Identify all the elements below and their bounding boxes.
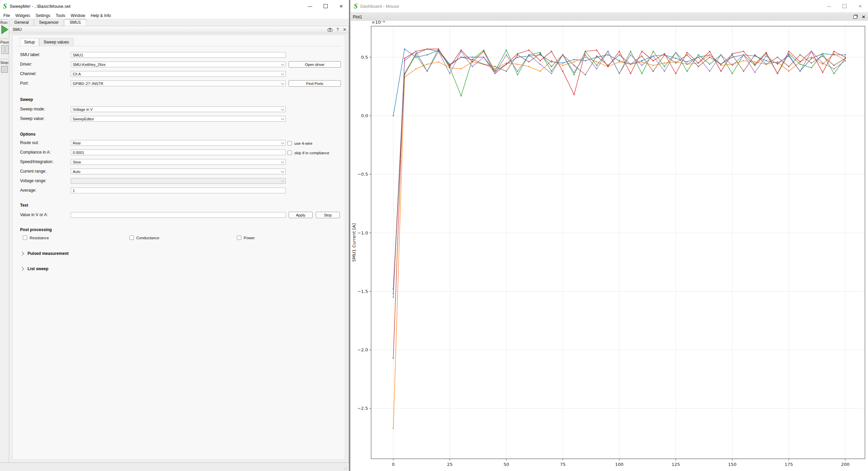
chevron-down-icon (281, 62, 284, 66)
current-range-select[interactable]: Auto (71, 169, 286, 174)
voltage-range-label: Voltage range: (20, 178, 46, 184)
channel-select[interactable]: Ch A (71, 71, 286, 77)
chevron-down-icon (281, 141, 284, 144)
skip-compliance-label: skip if in compliance (294, 151, 329, 155)
control-rail: Run: Pause: Stop: (0, 19, 9, 463)
svg-text:SMU1 Current [A]: SMU1 Current [A] (351, 223, 357, 262)
svg-text:75: 75 (560, 462, 566, 467)
list-sweep-expander[interactable]: List sweep (21, 266, 48, 271)
conductance-option: Conductance (129, 236, 159, 240)
main-tab-bar: General Sequencer SMU1 (10, 19, 87, 26)
route-out-select[interactable]: Rear (71, 140, 286, 146)
sweepme-logo-icon: S (3, 2, 7, 10)
menu-help-info[interactable]: Help & Info (88, 13, 114, 19)
smu-panel-header[interactable]: SMU ? ✕ (9, 26, 348, 33)
svg-text:−1.0: −1.0 (357, 230, 368, 236)
chevron-down-icon (281, 179, 284, 182)
smu-label-input[interactable]: SMU1 (71, 52, 286, 58)
menu-settings[interactable]: Settings (33, 13, 53, 19)
power-label: Power (244, 236, 255, 240)
chevron-down-icon (281, 160, 284, 163)
drag-handle[interactable] (1, 19, 7, 20)
sweep-value-select[interactable]: SweepEditor (71, 116, 286, 122)
compliance-label: Compliance in A: (20, 150, 51, 155)
maximize-icon (324, 4, 328, 8)
test-stop-button[interactable]: Stop (316, 212, 340, 218)
run-button[interactable] (1, 25, 8, 36)
apply-button[interactable]: Apply (289, 212, 313, 218)
dashboard-window: S Dashboard - Mouse — ✕ Plot1 ✕ 02550751… (351, 0, 868, 471)
close-button[interactable]: ✕ (333, 0, 349, 12)
power-checkbox[interactable] (237, 236, 241, 240)
test-value-input[interactable] (71, 212, 286, 218)
float-panel-button[interactable] (853, 15, 857, 19)
conductance-checkbox[interactable] (129, 236, 134, 240)
pause-icon (5, 45, 8, 54)
run-label: Run: (0, 20, 8, 24)
smu-widget-panel: SMU ? ✕ Setup Sweep values SMU labe (9, 26, 349, 463)
use-4wire-checkbox[interactable] (288, 141, 292, 145)
plot-panel-header[interactable]: Plot1 ✕ (351, 13, 868, 21)
chevron-down-icon (281, 169, 284, 173)
menu-file[interactable]: File (1, 13, 13, 19)
minimize-button[interactable]: — (821, 0, 837, 12)
average-label: Average: (20, 188, 36, 193)
current-range-label: Current range: (20, 169, 46, 174)
window-title: Dashboard - Mouse (360, 4, 399, 9)
stop-label: Stop: (0, 60, 9, 65)
pulsed-measurement-expander[interactable]: Pulsed measurement (21, 251, 69, 256)
svg-text:0.5: 0.5 (361, 55, 368, 60)
maximize-button[interactable] (837, 0, 852, 12)
sweep-mode-select[interactable]: Voltage in V (71, 106, 286, 112)
sweepme-logo-icon: S (354, 2, 358, 10)
svg-text:−2.0: −2.0 (357, 347, 368, 352)
resize-grip[interactable] (344, 466, 347, 470)
status-bar (0, 463, 349, 471)
panel-close-button[interactable]: ✕ (343, 27, 346, 32)
find-ports-button[interactable]: Find Ports (289, 80, 341, 87)
plot-tab-title: Plot1 (353, 15, 362, 19)
maximize-button[interactable] (318, 0, 333, 12)
average-input[interactable]: 1 (71, 188, 286, 193)
speed-label: Speed/Integration: (20, 159, 53, 165)
pause-button[interactable] (1, 45, 8, 54)
float-icon (853, 15, 857, 19)
speed-select[interactable]: Slow (71, 159, 286, 165)
tab-smu1[interactable]: SMU1 (64, 19, 86, 26)
smu-label-label: SMU label: (20, 52, 40, 58)
minimize-button[interactable]: — (302, 0, 318, 12)
port-select[interactable]: GPIB0::27::INSTR (71, 81, 286, 86)
close-button[interactable]: ✕ (852, 0, 868, 12)
sweep-mode-label: Sweep mode: (20, 106, 45, 112)
chevron-right-icon (20, 251, 24, 255)
compliance-input[interactable]: 0.0001 (71, 150, 286, 155)
voltage-range-select (71, 178, 286, 184)
test-value-label: Value in V or A: (20, 212, 48, 218)
help-button[interactable]: ? (336, 27, 339, 32)
post-processing-header: Post processing (20, 227, 52, 232)
svg-text:200: 200 (841, 462, 850, 467)
svg-text:175: 175 (784, 462, 793, 467)
use-4wire-option: use 4-wire (288, 141, 312, 145)
tab-sequencer[interactable]: Sequencer (34, 19, 64, 26)
svg-text:0: 0 (392, 462, 395, 467)
chevron-down-icon (281, 72, 284, 75)
chevron-down-icon (281, 81, 284, 85)
menu-tools[interactable]: Tools (53, 13, 68, 19)
screenshot-button[interactable] (328, 28, 332, 32)
stop-button[interactable] (1, 66, 8, 73)
drag-handle[interactable] (1, 59, 7, 59)
drag-handle[interactable] (1, 38, 7, 39)
open-driver-button[interactable]: Open driver (289, 61, 341, 68)
options-section-header: Options (20, 132, 35, 137)
skip-compliance-checkbox[interactable] (288, 151, 292, 155)
plot-close-button[interactable]: ✕ (862, 15, 865, 19)
resistance-checkbox[interactable] (23, 236, 27, 240)
menu-window[interactable]: Window (68, 13, 88, 19)
maximize-icon (843, 4, 847, 8)
menu-widgets[interactable]: Widgets (13, 13, 33, 19)
plot-canvas[interactable]: 02550751001251501752000.50.0−0.5−1.0−1.5… (351, 21, 868, 471)
tab-general[interactable]: General (10, 19, 34, 26)
driver-select[interactable]: SMU-Keithley_26xx (71, 62, 286, 67)
channel-label: Channel: (20, 71, 36, 77)
